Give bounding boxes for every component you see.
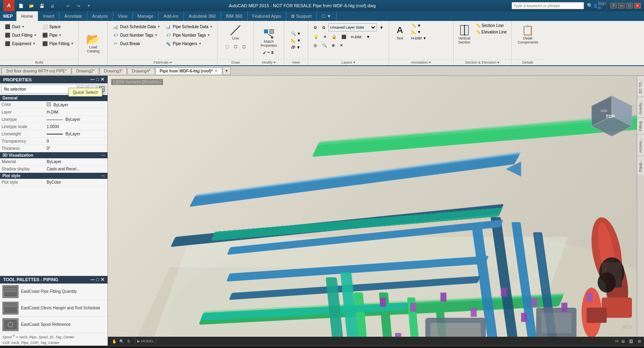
tab-analyze[interactable]: Analyze (87, 11, 113, 21)
layer-state-btn2[interactable]: ⚙ (320, 25, 328, 31)
plotstyle-value[interactable]: ByColor (46, 179, 106, 185)
transparency-value[interactable]: 0 (46, 138, 106, 144)
plot-collapse[interactable]: — (101, 174, 105, 178)
layer-state-select[interactable]: Unsaved Layer State (328, 23, 377, 31)
tp-item-2[interactable]: EastCoast Clevis Hanger and Rod Schedule (0, 300, 107, 317)
layer-btn6[interactable]: ▼ (364, 34, 372, 40)
tab-pipe-from-wdf[interactable]: Pipe from WDF-6-htg (roof)* ✕ (155, 68, 222, 74)
match-sub1[interactable]: 🖌 ✏ 🗑 (262, 50, 275, 55)
zoom-icon[interactable]: 🔍 (118, 338, 125, 344)
tab-drawing3[interactable]: Drawing3* (99, 68, 127, 74)
vp-icon2[interactable]: 🖼 (628, 338, 634, 344)
redo-button[interactable]: ↪ (74, 2, 83, 9)
close-button[interactable]: ✕ (634, 3, 641, 8)
layer-tool1[interactable]: ◎ (312, 42, 319, 48)
tp-spool-item[interactable]: Spool ® × Aecb_Pipe_Spool_ID_Tag_Center (0, 333, 107, 340)
tp-minimize[interactable]: — (90, 277, 95, 282)
side-tab-gravity[interactable]: Gravity... (637, 97, 644, 118)
layer-btn2[interactable]: ☀ (321, 34, 329, 40)
side-tab-access[interactable]: Access... (637, 135, 644, 156)
duct-schedule-data-button[interactable]: 📊 Duct Schedule Data ▼ (110, 23, 162, 31)
search-input[interactable] (512, 2, 584, 9)
layer-btn5[interactable]: H-DIM (349, 34, 363, 40)
side-tab-equip[interactable]: Equip... (637, 156, 644, 175)
equipment-button[interactable]: ⬛ Equipment ▼ (2, 39, 39, 48)
view-btn1[interactable]: 🔍 ▼ (289, 31, 303, 37)
view-btn2[interactable]: 📐 ▼ (289, 37, 303, 44)
match-properties-button[interactable]: Match Properties (257, 26, 281, 49)
tab-view[interactable]: View (113, 11, 133, 21)
vp-icon1[interactable]: ⊞ (620, 338, 626, 344)
dim-btn1[interactable]: 📏 ▼ (409, 23, 429, 29)
tab-drawing2[interactable]: Drawing2* (72, 68, 99, 74)
pipe-button[interactable]: ⬛ Pipe ▼ (40, 31, 76, 39)
elevation-line-button[interactable]: 📏 Elevation Line (474, 29, 509, 35)
print-button[interactable]: 🖨 (48, 2, 56, 9)
pipe-number-tags-button[interactable]: 🏷 Pipe Number Tags ▼ (163, 31, 215, 39)
layer-tool2[interactable]: 🔍 (320, 42, 329, 48)
dim-btn2[interactable]: 📐 ▼ (409, 29, 429, 35)
tab-support[interactable]: ✿ Support (286, 11, 317, 21)
space-button[interactable]: ⬜ Space (40, 23, 76, 31)
tab-manage[interactable]: Manage (133, 11, 159, 21)
side-tab-fitting[interactable]: Fitting (637, 118, 644, 135)
orbit-icon[interactable]: ↻ (126, 338, 132, 344)
selection-dropdown[interactable]: No selection (1, 85, 77, 93)
duct-break-button[interactable]: ✂ Duct Break (110, 39, 162, 48)
side-tab-ec-to[interactable]: EC TO... (637, 76, 644, 97)
tp-close[interactable]: ✕ (101, 277, 104, 282)
draw-sub-btn1[interactable]: ⬚ (223, 44, 231, 50)
tab-addins[interactable]: Add-ins (159, 11, 184, 21)
tab-home[interactable]: Home (17, 11, 38, 21)
duct-button[interactable]: ⬛ Duct ▼ (2, 23, 39, 31)
tab-autodesk360[interactable]: Autodesk 360 (184, 11, 221, 21)
thickness-value[interactable]: 0" (46, 145, 106, 151)
pipe-hangers-button[interactable]: 🔩 Pipe Hangers ▼ (163, 39, 215, 48)
tp-maximize[interactable]: □ (96, 277, 99, 282)
material-value[interactable]: ByLayer (46, 159, 106, 165)
tab-close-icon[interactable]: ✕ (215, 69, 218, 73)
tab-drawing4[interactable]: Drawing4* (127, 68, 155, 74)
color-value[interactable]: ByLayer (46, 102, 106, 108)
tp-item-1[interactable]: EastCoast Pipe Fitting Quantity (0, 284, 107, 300)
lineweight-value[interactable]: ByLayer (46, 131, 106, 137)
plot-section-header[interactable]: Plot style — (0, 173, 107, 179)
view-btn3[interactable]: 🗗 ▼ (289, 44, 303, 50)
main-viewport[interactable]: 2'-11" -9-0 -40-6 -40-8 8'-5-0" 8'-0" TO… (108, 76, 644, 346)
save-button[interactable]: 💾 (38, 2, 46, 9)
detail-components-button[interactable]: 📋 DetailComponents (516, 23, 540, 46)
pipe-schedule-data-button[interactable]: 📊 Pipe Schedule Data ▼ (163, 23, 215, 31)
layer-btn4[interactable]: ⬛ (339, 34, 348, 40)
new-tab-button[interactable]: + (223, 67, 231, 75)
signin-button[interactable]: 👤 Sign In (595, 2, 603, 9)
viz3d-collapse[interactable]: — (101, 153, 105, 157)
viewport-label[interactable]: [-][SW Isometric][Realistic] (111, 79, 163, 85)
layer-state-arrow[interactable]: ▼ (378, 25, 386, 31)
vertical-section-button[interactable]: VerticalSection (456, 23, 473, 46)
pipe-fitting-button[interactable]: ⬛ Pipe Fitting ▼ (40, 39, 76, 48)
layer-state-btn1[interactable]: ⚙ (312, 25, 319, 31)
draw-sub-btn2[interactable]: ⬡ (232, 44, 239, 50)
layer-btn1[interactable]: 💡 (312, 34, 320, 40)
draw-sub-btn3[interactable]: ◻ (240, 44, 248, 50)
pan-icon[interactable]: ✋ (111, 338, 118, 344)
text-button[interactable]: A Text (392, 23, 409, 42)
qat-dropdown[interactable]: ▼ (85, 2, 93, 9)
tab-2nd-floor[interactable]: 2nd floor drawing WITH out PIPE* (2, 68, 71, 74)
undo-button[interactable]: ↩ (64, 2, 72, 9)
tab-mep[interactable]: MEP (0, 11, 17, 21)
prop-close[interactable]: ✕ (101, 77, 104, 82)
layer-tool3[interactable]: ⊕ (330, 42, 337, 48)
duct-fitting-button[interactable]: ⬛ Duct Fitting ▼ (2, 31, 39, 39)
line-button[interactable]: Line (227, 23, 244, 42)
duct-number-tags-button[interactable]: 🏷 Duct Number Tags ▼ (110, 31, 162, 39)
prop-minimize[interactable]: — (90, 77, 95, 82)
layer-tool4[interactable]: ✕ (338, 42, 345, 48)
tab-help2[interactable]: ☐ ▼ (317, 11, 336, 21)
tab-bim360[interactable]: BIM 360 (221, 11, 248, 21)
maximize-button[interactable]: □ (626, 3, 633, 8)
load-catalog-button[interactable]: 📂 Load Catalog (81, 31, 105, 55)
tab-annotate[interactable]: Annotate (60, 11, 87, 21)
minimize-button[interactable]: — (618, 3, 625, 8)
search-button[interactable]: 🔍 (586, 2, 594, 9)
